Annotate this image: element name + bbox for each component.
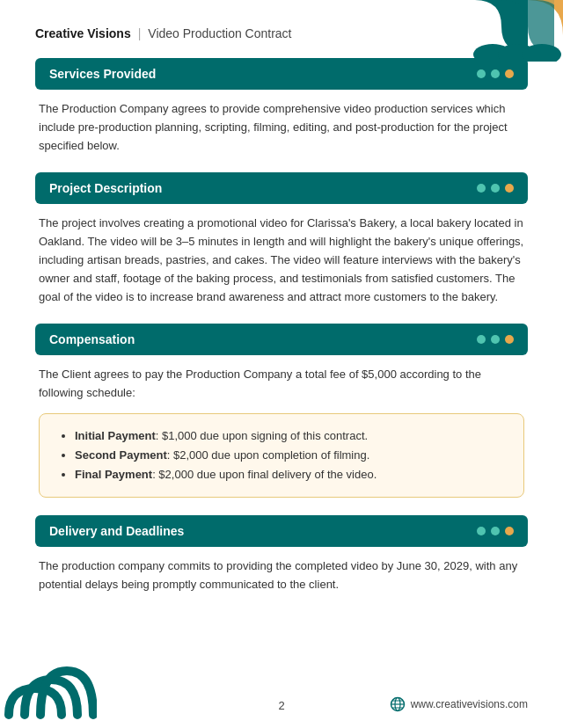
- content-area: Services Provided The Production Company…: [0, 49, 563, 594]
- section-title-services: Services Provided: [49, 67, 156, 81]
- payment-label-2: Second Payment: [75, 448, 167, 462]
- page-number: 2: [278, 699, 284, 712]
- dot-1: [477, 184, 486, 193]
- payment-label-1: Initial Payment: [75, 429, 156, 442]
- section-header-delivery: Delivery and Deadlines: [35, 515, 528, 547]
- section-dots-delivery: [477, 527, 514, 535]
- section-title-delivery: Delivery and Deadlines: [49, 524, 184, 538]
- payment-item-1: Initial Payment: $1,000 due upon signing…: [75, 426, 506, 446]
- globe-icon: [390, 696, 406, 712]
- payment-item-2: Second Payment: $2,000 due upon completi…: [75, 446, 506, 465]
- header-subtitle: Video Production Contract: [148, 26, 291, 40]
- dot-2: [491, 184, 500, 193]
- bottom-decoration: [0, 640, 97, 719]
- section-title-compensation: Compensation: [49, 332, 135, 346]
- dot-2: [491, 335, 500, 344]
- section-compensation: Compensation The Client agrees to pay th…: [35, 324, 528, 498]
- section-services: Services Provided The Production Company…: [35, 58, 528, 155]
- section-body-delivery: The production company commits to provid…: [35, 557, 528, 594]
- dot-1: [477, 335, 486, 344]
- dot-3: [505, 527, 514, 535]
- footer: www.creativevisions.com: [390, 696, 528, 712]
- section-dots-project: [477, 184, 514, 193]
- dot-2: [491, 527, 500, 535]
- payment-label-3: Final Payment: [75, 468, 152, 481]
- section-header-compensation: Compensation: [35, 324, 528, 355]
- dot-3: [505, 69, 514, 78]
- footer-url: www.creativevisions.com: [411, 698, 528, 710]
- section-project: Project Description The project involves…: [35, 172, 528, 306]
- page: Creative Visions | Video Production Cont…: [0, 0, 563, 728]
- compensation-intro: The Client agrees to pay the Production …: [35, 366, 528, 403]
- section-body-project: The project involves creating a promotio…: [35, 215, 528, 306]
- header-divider: |: [138, 26, 142, 40]
- payment-item-3: Final Payment: $2,000 due upon final del…: [75, 465, 506, 484]
- section-title-project: Project Description: [49, 181, 162, 195]
- dot-3: [505, 335, 514, 344]
- section-dots-services: [477, 69, 514, 78]
- payment-list: Initial Payment: $1,000 due upon signing…: [57, 426, 506, 484]
- header: Creative Visions | Video Production Cont…: [0, 0, 563, 49]
- section-body-services: The Production Company agrees to provide…: [35, 100, 528, 155]
- brand-name: Creative Visions: [35, 26, 131, 40]
- payment-schedule-box: Initial Payment: $1,000 due upon signing…: [39, 413, 524, 498]
- dot-1: [477, 69, 486, 78]
- section-header-services: Services Provided: [35, 58, 528, 90]
- section-dots-compensation: [477, 335, 514, 344]
- dot-1: [477, 527, 486, 535]
- dot-2: [491, 69, 500, 78]
- section-header-project: Project Description: [35, 172, 528, 204]
- section-delivery: Delivery and Deadlines The production co…: [35, 515, 528, 594]
- dot-3: [505, 184, 514, 193]
